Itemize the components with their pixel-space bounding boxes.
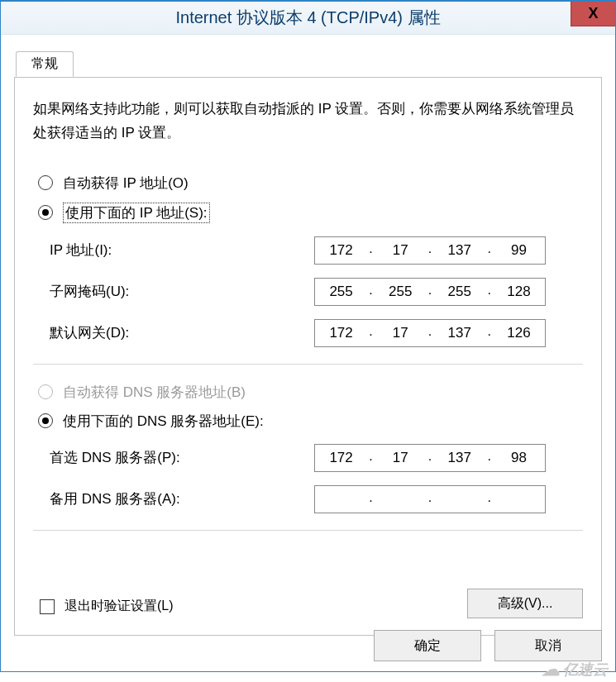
primary-dns-label: 首选 DNS 服务器(P):	[50, 448, 314, 467]
alt-dns-row: 备用 DNS 服务器(A): . . .	[50, 485, 583, 513]
primary-dns-input[interactable]: 172. 17. 137. 98	[314, 444, 546, 472]
radio-icon	[38, 384, 53, 399]
ip-group: 自动获得 IP 地址(O) 使用下面的 IP 地址(S): IP 地址(I): …	[33, 174, 583, 365]
validate-label: 退出时验证设置(L)	[64, 598, 174, 615]
general-panel: 如果网络支持此功能，则可以获取自动指派的 IP 设置。否则，你需要从网络系统管理…	[14, 77, 602, 636]
radio-icon	[38, 205, 53, 220]
cloud-icon: ☁	[542, 659, 560, 680]
gateway-input[interactable]: 172. 17. 137. 126	[314, 319, 546, 347]
ip-auto-radio[interactable]: 自动获得 IP 地址(O)	[38, 174, 583, 193]
tab-row: 常规	[14, 48, 602, 78]
window-title: Internet 协议版本 4 (TCP/IPv4) 属性	[1, 7, 615, 29]
radio-icon	[38, 413, 53, 428]
ip-address-label: IP 地址(I):	[50, 241, 314, 260]
ip-auto-label: 自动获得 IP 地址(O)	[63, 174, 189, 193]
checkbox-icon	[40, 599, 55, 614]
dns-manual-label: 使用下面的 DNS 服务器地址(E):	[63, 412, 264, 431]
alt-dns-label: 备用 DNS 服务器(A):	[50, 489, 314, 508]
dns-group: 自动获得 DNS 服务器地址(B) 使用下面的 DNS 服务器地址(E): 首选…	[33, 383, 583, 531]
ip-address-input[interactable]: 172. 17. 137. 99	[314, 236, 546, 265]
tab-general[interactable]: 常规	[16, 51, 74, 77]
dialog-body: 常规 如果网络支持此功能，则可以获取自动指派的 IP 设置。否则，你需要从网络系…	[1, 35, 615, 636]
primary-dns-row: 首选 DNS 服务器(P): 172. 17. 137. 98	[50, 444, 583, 472]
advanced-button[interactable]: 高级(V)...	[467, 589, 583, 618]
ip-manual-label: 使用下面的 IP 地址(S):	[63, 203, 210, 223]
footer: 确定 取消	[374, 630, 602, 661]
close-icon: X	[588, 5, 598, 22]
subnet-mask-label: 子网掩码(U):	[50, 282, 314, 301]
cancel-button[interactable]: 取消	[494, 630, 602, 661]
subnet-mask-row: 子网掩码(U): 255. 255. 255. 128	[50, 278, 583, 306]
ip-manual-radio[interactable]: 使用下面的 IP 地址(S):	[38, 203, 583, 223]
dns-auto-radio: 自动获得 DNS 服务器地址(B)	[38, 383, 583, 402]
intro-text: 如果网络支持此功能，则可以获取自动指派的 IP 设置。否则，你需要从网络系统管理…	[33, 98, 583, 145]
dns-auto-label: 自动获得 DNS 服务器地址(B)	[63, 383, 246, 402]
watermark: ☁ 亿速云	[542, 659, 608, 680]
dns-manual-radio[interactable]: 使用下面的 DNS 服务器地址(E):	[38, 412, 583, 431]
gateway-label: 默认网关(D):	[50, 323, 314, 342]
titlebar: Internet 协议版本 4 (TCP/IPv4) 属性 X	[1, 2, 615, 35]
ip-address-row: IP 地址(I): 172. 17. 137. 99	[50, 236, 583, 265]
radio-icon	[38, 175, 53, 190]
gateway-row: 默认网关(D): 172. 17. 137. 126	[50, 319, 583, 347]
ok-button[interactable]: 确定	[374, 630, 481, 661]
validate-checkbox[interactable]: 退出时验证设置(L)	[40, 598, 174, 615]
close-button[interactable]: X	[571, 2, 615, 26]
alt-dns-input[interactable]: . . .	[314, 485, 546, 513]
dialog-window: Internet 协议版本 4 (TCP/IPv4) 属性 X 常规 如果网络支…	[0, 0, 616, 672]
subnet-mask-input[interactable]: 255. 255. 255. 128	[314, 278, 546, 306]
